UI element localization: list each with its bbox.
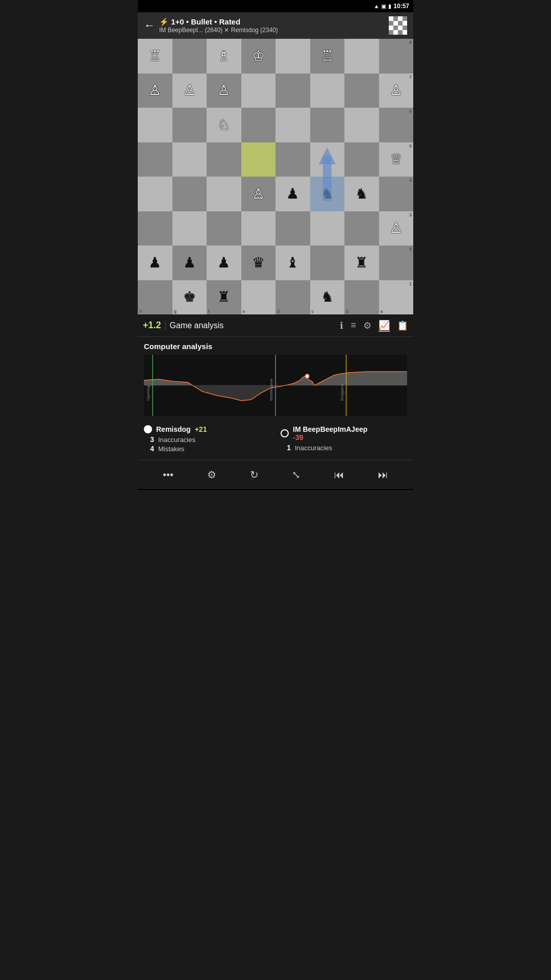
square-a7[interactable]: 7♙ — [379, 74, 414, 108]
square-b2[interactable]: ♜ — [344, 246, 379, 280]
square-h8[interactable]: ♖ — [138, 39, 172, 74]
black-player-dot — [281, 429, 289, 437]
square-c8[interactable]: ♖ — [310, 39, 345, 74]
square-b4[interactable]: ♞ — [344, 177, 379, 211]
square-d4[interactable]: ♟ — [276, 177, 310, 211]
toolbar-icons: ℹ ≡ ⚙ 📈 📋 — [340, 320, 408, 332]
square-e5[interactable] — [241, 142, 276, 177]
square-b7[interactable] — [344, 74, 379, 108]
square-d3[interactable] — [276, 211, 310, 246]
square-d8[interactable] — [276, 39, 310, 74]
svg-text:Endgame: Endgame — [340, 383, 344, 401]
piece-e8: ♔ — [252, 49, 265, 63]
square-h7[interactable]: ♙ — [138, 74, 172, 108]
square-b3[interactable] — [344, 211, 379, 246]
square-d2[interactable]: ♝ — [276, 246, 310, 280]
square-f5[interactable] — [207, 142, 241, 177]
black-stat-inaccuracies: 1 Inaccuracies — [281, 444, 407, 452]
rank-label-6: 6 — [409, 109, 412, 114]
square-h6[interactable] — [138, 108, 172, 142]
square-h5[interactable] — [138, 142, 172, 177]
white-mistakes-num: 4 — [144, 445, 154, 453]
white-stat-mistakes: 4 Mistakes — [144, 445, 270, 453]
square-f4[interactable] — [207, 177, 241, 211]
piece-b2: ♜ — [355, 256, 368, 270]
square-h1[interactable]: h — [138, 280, 172, 315]
square-d6[interactable] — [276, 108, 310, 142]
square-b1[interactable]: b — [344, 280, 379, 315]
piece-f6: ♘ — [217, 118, 230, 132]
settings-icon[interactable]: ⚙ — [363, 320, 371, 331]
square-g4[interactable] — [172, 177, 207, 211]
square-h4[interactable] — [138, 177, 172, 211]
square-g6[interactable] — [172, 108, 207, 142]
square-d5[interactable] — [276, 142, 310, 177]
players-label: IM BeepBeepI... (2640) ✕ Remisdog (2340) — [159, 27, 278, 34]
square-e4[interactable]: ♙ — [241, 177, 276, 211]
square-f1[interactable]: f♜ — [207, 280, 241, 315]
analysis-chart: Opening Middlegame Endgame — [144, 355, 407, 416]
square-a4[interactable]: 4 — [379, 177, 414, 211]
square-a5[interactable]: 5♕ — [379, 142, 414, 177]
flip-button[interactable]: ↻ — [247, 465, 262, 484]
square-e2[interactable]: ♛ — [241, 246, 276, 280]
board-wrapper: ♖♗♔♖8♙♙♙7♙♘65♕♙♟♞♞43♙♟♟♟♛♝♜2hg♚f♜edc♞b1a — [138, 39, 413, 314]
square-c7[interactable] — [310, 74, 345, 108]
white-player-score: +21 — [195, 425, 207, 433]
square-a2[interactable]: 2 — [379, 246, 414, 280]
square-f2[interactable]: ♟ — [207, 246, 241, 280]
nav-bar: ◁ ○ □ — [138, 489, 413, 490]
board-icon — [389, 16, 407, 35]
more-button[interactable]: ••• — [160, 466, 177, 484]
square-c3[interactable] — [310, 211, 345, 246]
square-a1[interactable]: 1a — [379, 280, 414, 315]
square-g3[interactable] — [172, 211, 207, 246]
square-h3[interactable] — [138, 211, 172, 246]
square-c6[interactable] — [310, 108, 345, 142]
square-c4[interactable]: ♞ — [310, 177, 345, 211]
square-b6[interactable] — [344, 108, 379, 142]
square-g8[interactable] — [172, 39, 207, 74]
square-d1[interactable]: d — [276, 280, 310, 315]
chart-icon[interactable]: 📈 — [379, 320, 390, 332]
next-button[interactable]: ⏭ — [375, 466, 391, 484]
square-g1[interactable]: g♚ — [172, 280, 207, 315]
square-g5[interactable] — [172, 142, 207, 177]
square-d7[interactable] — [276, 74, 310, 108]
piece-h7: ♙ — [148, 83, 161, 97]
square-e1[interactable]: e — [241, 280, 276, 315]
square-f6[interactable]: ♘ — [207, 108, 241, 142]
svg-text:Middlegame: Middlegame — [269, 378, 273, 401]
analysis-toolbar: +1.2 Game analysis ℹ ≡ ⚙ 📈 📋 — [138, 314, 413, 337]
square-c1[interactable]: c♞ — [310, 280, 345, 315]
square-e8[interactable]: ♔ — [241, 39, 276, 74]
piece-a3: ♙ — [390, 221, 403, 235]
black-inaccuracies-label: Inaccuracies — [295, 444, 332, 452]
square-e6[interactable] — [241, 108, 276, 142]
square-b8[interactable] — [344, 39, 379, 74]
square-c5[interactable] — [310, 142, 345, 177]
square-a8[interactable]: 8 — [379, 39, 414, 74]
moves-icon[interactable]: ≡ — [350, 320, 356, 331]
square-f7[interactable]: ♙ — [207, 74, 241, 108]
square-g2[interactable]: ♟ — [172, 246, 207, 280]
header-left: ← ⚡ 1+0 • Bullet • Rated IM BeepBeepI...… — [144, 17, 278, 34]
square-a6[interactable]: 6 — [379, 108, 414, 142]
fullscreen-button[interactable]: ⤡ — [289, 465, 304, 484]
square-b5[interactable] — [344, 142, 379, 177]
square-h2[interactable]: ♟ — [138, 246, 172, 280]
book-icon[interactable]: 📋 — [397, 320, 408, 331]
square-a3[interactable]: 3♙ — [379, 211, 414, 246]
square-c2[interactable] — [310, 246, 345, 280]
square-e3[interactable] — [241, 211, 276, 246]
settings-button[interactable]: ⚙ — [204, 465, 219, 484]
square-f8[interactable]: ♗ — [207, 39, 241, 74]
square-e7[interactable] — [241, 74, 276, 108]
square-f3[interactable] — [207, 211, 241, 246]
time-display: 10:57 — [393, 3, 409, 10]
prev-button[interactable]: ⏮ — [331, 466, 347, 484]
white-inaccuracies-num: 3 — [144, 435, 154, 444]
back-button[interactable]: ← — [144, 19, 155, 32]
square-g7[interactable]: ♙ — [172, 74, 207, 108]
info-icon[interactable]: ℹ — [340, 320, 343, 331]
